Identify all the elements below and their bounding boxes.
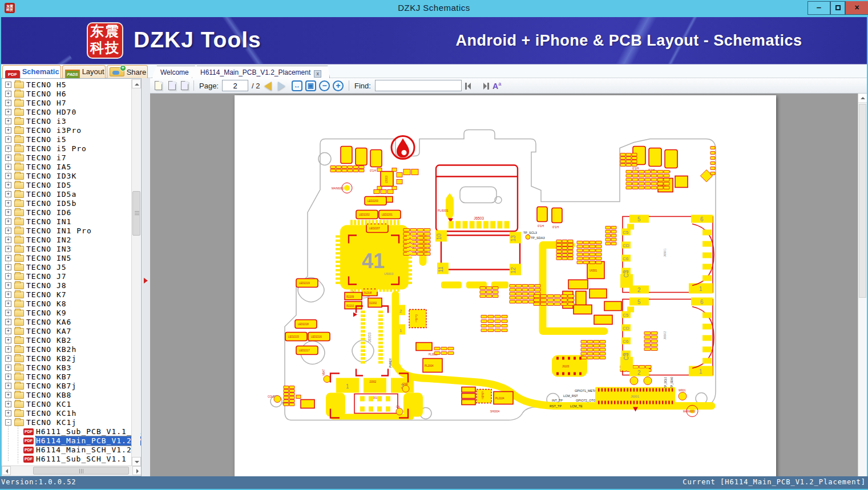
expander-icon[interactable]: + bbox=[5, 282, 11, 289]
document-canvas[interactable]: 41 U5003 SH003 FL6001 J6503 bbox=[150, 94, 867, 476]
zoom-in-button[interactable]: + bbox=[333, 80, 344, 91]
rotate-left-icon[interactable] bbox=[167, 80, 179, 91]
expander-icon[interactable]: + bbox=[5, 310, 11, 316]
expander-icon[interactable]: + bbox=[5, 273, 11, 280]
expander-icon[interactable]: + bbox=[5, 109, 11, 115]
panel-splitter[interactable] bbox=[142, 78, 150, 476]
expander-icon[interactable]: + bbox=[5, 200, 11, 206]
tree-folder-item[interactable]: +TECNO H5 bbox=[2, 80, 132, 90]
tab-schematic[interactable]: PDF Schematic bbox=[2, 65, 61, 78]
expander-icon[interactable]: + bbox=[5, 118, 11, 124]
expander-icon[interactable]: + bbox=[5, 237, 11, 243]
tree-folder-item[interactable]: +TECNO K7 bbox=[2, 290, 132, 299]
minimize-button[interactable]: – bbox=[808, 1, 830, 15]
tree-folder-item[interactable]: +TECNO KB3 bbox=[2, 363, 132, 372]
tree-folder-item[interactable]: +TECNO KB7j bbox=[2, 382, 132, 391]
scroll-thumb[interactable] bbox=[859, 104, 866, 298]
zoom-out-button[interactable]: − bbox=[319, 80, 330, 91]
expander-icon[interactable]: + bbox=[5, 209, 11, 216]
prev-page-button[interactable] bbox=[264, 82, 272, 91]
tree-folder-item[interactable]: +TECNO KC1h bbox=[2, 409, 132, 418]
tree-document-item[interactable]: PDFH6114_Main_PCB_V1.2_Placement bbox=[2, 436, 132, 446]
expander-icon[interactable]: + bbox=[5, 328, 11, 334]
tree-folder-item[interactable]: +TECNO i5 bbox=[2, 135, 132, 144]
tree-folder-item[interactable]: +TECNO ID5 bbox=[2, 181, 132, 190]
expander-icon[interactable]: + bbox=[5, 337, 11, 343]
tree-folder-item[interactable]: +TECNO i3Pro bbox=[2, 126, 132, 135]
tree-folder-item[interactable]: +TECNO K9 bbox=[2, 309, 132, 318]
expander-icon[interactable]: + bbox=[5, 164, 11, 170]
scroll-up-arrow[interactable] bbox=[132, 79, 141, 88]
page-number-input[interactable] bbox=[222, 80, 248, 91]
expander-icon[interactable]: + bbox=[5, 127, 11, 133]
expander-icon[interactable]: + bbox=[5, 401, 11, 407]
expander-icon[interactable]: + bbox=[5, 182, 11, 188]
expander-icon[interactable]: - bbox=[5, 419, 11, 426]
expander-icon[interactable]: + bbox=[5, 383, 11, 389]
next-page-button[interactable] bbox=[278, 82, 285, 91]
tree-folder-item[interactable]: +TECNO i7 bbox=[2, 153, 132, 163]
match-case-icon[interactable]: Aa bbox=[492, 81, 501, 91]
copy-page-icon[interactable] bbox=[154, 80, 165, 91]
tab-share[interactable]: + Share bbox=[107, 65, 148, 78]
tree-folder-item[interactable]: -TECNO KC1j bbox=[2, 418, 132, 427]
tree-folder-item[interactable]: +TECNO ID5b bbox=[2, 199, 132, 208]
tree-folder-item[interactable]: +TECNO i3 bbox=[2, 117, 132, 126]
tree-folder-item[interactable]: +TECNO IN1 Pro bbox=[2, 226, 132, 236]
sidebar-horizontal-scrollbar[interactable] bbox=[2, 465, 142, 475]
tree-folder-item[interactable]: +TECNO H6 bbox=[2, 90, 132, 99]
pdf-page[interactable]: 41 U5003 SH003 FL6001 J6503 bbox=[235, 95, 776, 476]
scroll-up-arrow[interactable] bbox=[858, 94, 867, 103]
expander-icon[interactable]: + bbox=[5, 218, 11, 225]
expander-icon[interactable]: + bbox=[5, 355, 11, 362]
tree-folder-item[interactable]: +TECNO KB2j bbox=[2, 354, 132, 363]
tree-folder-item[interactable]: +TECNO HD70 bbox=[2, 108, 132, 117]
tree-folder-item[interactable]: +TECNO J7 bbox=[2, 272, 132, 281]
scroll-down-arrow[interactable] bbox=[132, 457, 141, 466]
sidebar-tree-panel[interactable]: +TECNO H5+TECNO H6+TECNO H7+TECNO HD70+T… bbox=[1, 78, 142, 476]
expander-icon[interactable]: + bbox=[5, 301, 11, 307]
expander-icon[interactable]: + bbox=[5, 291, 11, 298]
tree-folder-item[interactable]: +TECNO H7 bbox=[2, 99, 132, 108]
tree-folder-item[interactable]: +TECNO K8 bbox=[2, 299, 132, 309]
scroll-left-arrow[interactable] bbox=[2, 466, 11, 475]
expander-icon[interactable]: + bbox=[5, 173, 11, 179]
tree-folder-item[interactable]: +TECNO IN2 bbox=[2, 236, 132, 245]
tree-folder-item[interactable]: +TECNO KB7 bbox=[2, 372, 132, 382]
fit-width-button[interactable]: ↔ bbox=[292, 80, 302, 91]
find-next-icon[interactable] bbox=[479, 83, 489, 90]
tree-folder-item[interactable]: +TECNO KC1 bbox=[2, 400, 132, 409]
find-previous-icon[interactable] bbox=[465, 83, 475, 90]
tree-folder-item[interactable]: +TECNO ID6 bbox=[2, 208, 132, 217]
expander-icon[interactable]: + bbox=[5, 255, 11, 261]
tree-document-item[interactable]: PDFH6114_Main_SCH_V1.2 bbox=[2, 446, 132, 455]
tree-folder-item[interactable]: +TECNO KB2h bbox=[2, 345, 132, 354]
expander-icon[interactable]: + bbox=[5, 319, 11, 325]
expander-icon[interactable]: + bbox=[5, 136, 11, 143]
find-input[interactable] bbox=[375, 80, 462, 91]
expander-icon[interactable]: + bbox=[5, 410, 11, 416]
tree-document-item[interactable]: PDFH6111_Sub_SCH_V1.1 bbox=[2, 455, 132, 464]
tab-layout[interactable]: PADS Layout bbox=[62, 65, 106, 78]
expander-icon[interactable]: + bbox=[5, 392, 11, 398]
tree-folder-item[interactable]: +TECNO IN5 bbox=[2, 254, 132, 263]
expander-icon[interactable]: + bbox=[5, 155, 11, 161]
scroll-thumb[interactable] bbox=[132, 191, 140, 236]
tree-folder-item[interactable]: +TECNO IN3 bbox=[2, 245, 132, 254]
expander-icon[interactable]: + bbox=[5, 246, 11, 252]
tree-folder-item[interactable]: +TECNO IA5 bbox=[2, 163, 132, 172]
tree-folder-item[interactable]: +TECNO KB8 bbox=[2, 391, 132, 400]
rotate-right-icon[interactable] bbox=[180, 80, 191, 91]
tree-folder-item[interactable]: +TECNO J8 bbox=[2, 281, 132, 290]
scroll-right-arrow[interactable] bbox=[132, 466, 142, 475]
doc-tab-welcome[interactable]: Welcome bbox=[152, 66, 197, 78]
expander-icon[interactable]: + bbox=[5, 145, 11, 152]
expander-icon[interactable]: + bbox=[5, 191, 11, 197]
tree-folder-item[interactable]: +TECNO ID5a bbox=[2, 190, 132, 199]
title-bar[interactable]: 东震科技 DZKJ Schematics – × bbox=[0, 0, 868, 17]
expander-icon[interactable]: + bbox=[5, 374, 11, 380]
tree-folder-item[interactable]: +TECNO KB2 bbox=[2, 336, 132, 345]
expander-icon[interactable]: + bbox=[5, 91, 11, 97]
expander-icon[interactable]: + bbox=[5, 346, 11, 353]
sidebar-vertical-scrollbar[interactable] bbox=[131, 79, 140, 466]
